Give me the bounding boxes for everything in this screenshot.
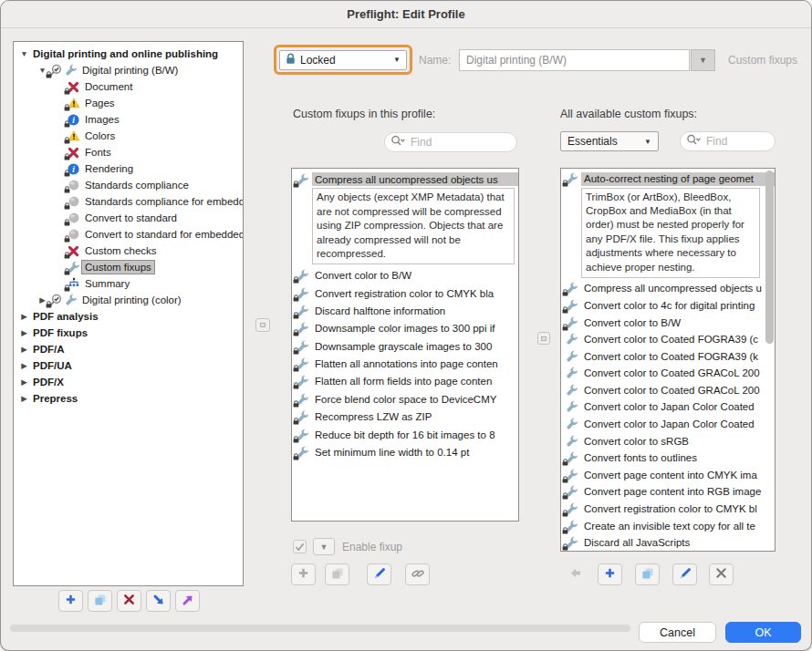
duplicate-fixup-button[interactable] <box>325 563 349 585</box>
ok-button[interactable]: OK <box>725 622 801 643</box>
fixup-list-item[interactable]: Convert fonts to outlines <box>561 450 775 467</box>
tree-item[interactable]: Summary <box>14 275 243 292</box>
delete-profile-button[interactable] <box>117 590 141 612</box>
fixup-list-item[interactable]: Create an invisible text copy for all te <box>561 517 775 534</box>
fixup-list-item[interactable]: Force blend color space to DeviceCMY <box>292 390 518 408</box>
tree-item[interactable]: ▼Digital printing (B/W) <box>14 62 243 78</box>
locked-dropdown[interactable]: Locked ▼ <box>279 50 407 70</box>
tree-item[interactable]: ▶PDF analysis <box>14 308 243 325</box>
tree-item[interactable]: Convert to standard <box>14 210 243 226</box>
fixup-list-item[interactable]: Discard halftone information <box>292 302 518 319</box>
duplicate-profile-button[interactable] <box>88 590 112 612</box>
link-fixup-button[interactable] <box>405 563 430 585</box>
expand-icon[interactable]: ▶ <box>18 345 30 354</box>
tree-item[interactable]: Custom fixups <box>14 259 243 275</box>
fixup-list-item[interactable]: Downsample color images to 300 ppi if <box>292 320 518 337</box>
wrench-icon <box>565 418 578 430</box>
expand-icon[interactable]: ▶ <box>18 328 30 337</box>
lock-icon <box>562 306 568 314</box>
library-list-scrollbar[interactable] <box>765 170 774 344</box>
profile-name-field[interactable] <box>459 49 690 71</box>
duplicate-library-fixup-button[interactable] <box>635 563 660 585</box>
tree-item[interactable]: ▼Digital printing and online publishing <box>14 46 243 62</box>
library-fixups-find-input[interactable] <box>704 134 769 149</box>
tree-item[interactable]: ▶PDF/A <box>14 341 243 357</box>
fixup-list-item[interactable]: Recompress LZW as ZIP <box>292 408 518 426</box>
delete-library-fixup-button[interactable] <box>709 563 734 585</box>
tree-item[interactable]: Standards compliance for embedd <box>14 193 243 210</box>
lock-icon <box>562 492 568 500</box>
tree-item[interactable]: Fonts <box>14 144 243 160</box>
collapse-icon[interactable]: ▼ <box>18 49 30 58</box>
inactive-icon <box>67 179 80 191</box>
expand-icon[interactable]: ▶ <box>18 312 30 321</box>
fixup-list-item[interactable]: Discard all JavaScripts <box>561 534 775 552</box>
fixup-list-item[interactable]: Compress all uncompressed objects u <box>561 280 775 297</box>
add-library-fixup-button[interactable] <box>598 563 622 585</box>
fixup-list-item[interactable]: Reduce bit depth for 16 bit images to 8 <box>292 426 518 443</box>
expand-icon[interactable]: ▶ <box>18 377 30 387</box>
lock-icon <box>46 71 52 78</box>
tree-item[interactable]: Standards compliance <box>14 177 243 193</box>
add-fixup-button[interactable] <box>291 563 316 585</box>
fixup-list-item[interactable]: Convert page content into RGB image <box>561 483 775 501</box>
fixup-list-item[interactable]: Convert color to Coated GRACoL 200 <box>561 382 775 399</box>
tree-item[interactable]: ▶Digital printing (color) <box>14 292 243 308</box>
duplicate-icon <box>331 567 344 583</box>
tree-item[interactable]: Pages <box>14 95 243 111</box>
profile-tree[interactable]: ▼Digital printing and online publishing▼… <box>13 41 244 586</box>
fixup-list-item[interactable]: Flatten all annotations into page conten <box>292 355 518 372</box>
tree-item[interactable]: ▶PDF fixups <box>14 325 243 341</box>
profile-fixups-find-input[interactable] <box>409 135 511 150</box>
move-to-profile-button[interactable] <box>563 563 588 585</box>
library-fixups-list[interactable]: Auto-correct nesting of page geometTrimB… <box>560 168 776 552</box>
chevron-down-icon: ▼ <box>699 56 707 65</box>
edit-fixup-button[interactable] <box>367 563 391 585</box>
left-arrow-icon <box>569 567 582 582</box>
profile-toolbar <box>58 590 200 612</box>
tree-item[interactable]: Colors <box>14 128 243 144</box>
fixup-list-item[interactable]: Convert color to Japan Color Coated <box>561 398 775 416</box>
cancel-button[interactable]: Cancel <box>639 622 716 643</box>
splitter-collapse-left[interactable] <box>255 318 270 332</box>
tree-item[interactable]: Custom checks <box>14 243 243 259</box>
export-profile-button[interactable] <box>175 590 200 612</box>
tree-item[interactable]: Document <box>14 78 243 95</box>
tree-item[interactable]: iRendering <box>14 160 243 177</box>
horizontal-scrollbar[interactable] <box>10 625 630 632</box>
profile-fixups-list[interactable]: Compress all uncompressed objects usAny … <box>291 168 519 522</box>
tree-item[interactable]: ▶Prepress <box>14 390 243 407</box>
tree-item[interactable]: ▶PDF/X <box>14 374 243 390</box>
tree-item[interactable]: iImages <box>14 111 243 128</box>
expand-icon[interactable]: ▶ <box>18 361 30 370</box>
profile-name-dropdown-button[interactable]: ▼ <box>691 49 715 71</box>
fixup-list-item[interactable]: Compress all uncompressed objects us <box>292 170 518 188</box>
tree-item[interactable]: Convert to standard for embedded <box>14 226 243 243</box>
splitter-collapse-right[interactable] <box>537 332 550 345</box>
import-profile-button[interactable] <box>146 590 171 612</box>
fixup-list-item[interactable]: Convert page content into CMYK ima <box>561 467 775 484</box>
fixup-list-item[interactable]: Convert color to B/W <box>561 314 775 331</box>
fixup-list-item[interactable]: Convert color to 4c for digital printing <box>561 297 775 315</box>
enable-fixup-checkbox[interactable] <box>293 540 307 553</box>
fixup-list-item[interactable]: Convert registration color to CMYK bla <box>292 284 518 302</box>
fixup-list-item[interactable]: Convert color to sRGB <box>561 432 775 450</box>
expand-icon[interactable]: ▶ <box>18 394 30 403</box>
edit-library-fixup-button[interactable] <box>672 563 697 585</box>
fixup-list-item[interactable]: Convert color to B/W <box>292 266 518 284</box>
fixup-list-item[interactable]: Downsample grayscale images to 300 <box>292 337 518 355</box>
fixup-list-item[interactable]: Auto-correct nesting of page geomet <box>561 170 775 188</box>
tree-item[interactable]: ▶PDF/UA <box>14 357 243 374</box>
fixup-list-item[interactable]: Set minimum line width to 0.14 pt <box>292 443 518 460</box>
fixup-list-item[interactable]: Convert color to Coated FOGRA39 (k <box>561 347 775 365</box>
fixup-list-item[interactable]: Convert color to Coated FOGRA39 (c <box>561 331 775 348</box>
fixup-list-item[interactable]: Convert color to Japan Color Coated <box>561 416 775 433</box>
lock-icon <box>64 137 70 144</box>
fixup-list-item[interactable]: Flatten all form fields into page conten <box>292 373 518 390</box>
fixup-list-item[interactable]: Convert color to Coated GRACoL 200 <box>561 365 775 382</box>
category-dropdown[interactable]: Essentials ▼ <box>560 131 659 151</box>
chevron-down-icon: ▼ <box>320 542 328 552</box>
fixup-list-item[interactable]: Convert registration color to CMYK bl <box>561 501 775 518</box>
add-profile-button[interactable] <box>58 590 83 612</box>
enable-fixup-dropdown-button[interactable]: ▼ <box>313 538 335 555</box>
